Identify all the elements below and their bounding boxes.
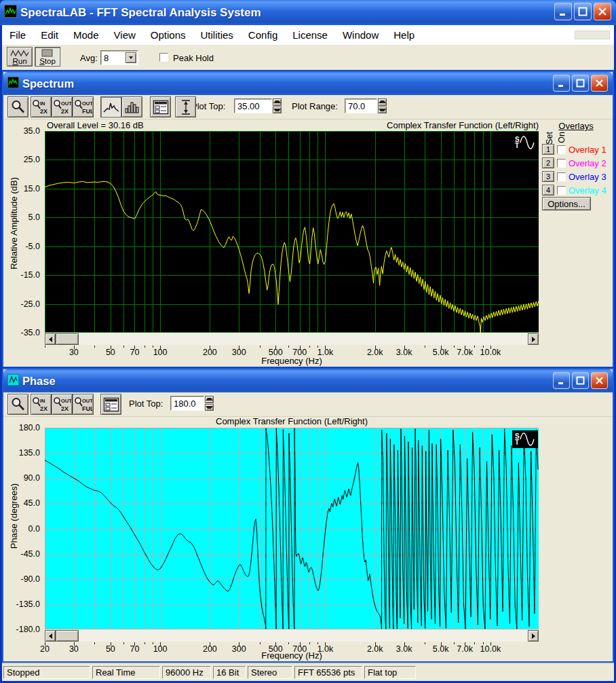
zoom-out-full-button[interactable]: OUTFULL bbox=[73, 96, 94, 117]
phase-plot-top-value: 180.0 bbox=[174, 399, 196, 409]
plot-options-button[interactable] bbox=[150, 96, 171, 117]
main-toolbar: Run Stop Avg: 8 Peak Hold bbox=[2, 45, 614, 71]
scroll-thumb[interactable] bbox=[56, 630, 79, 642]
avg-dropdown[interactable]: 8 bbox=[100, 50, 138, 65]
menu-bar: FileEditModeViewOptionsUtilitiesConfigLi… bbox=[2, 25, 614, 45]
svg-text:OUT: OUT bbox=[61, 100, 71, 107]
overlay-1-label: Overlay 1 bbox=[569, 145, 607, 155]
status-96000-hz: 96000 Hz bbox=[162, 666, 211, 679]
menu-options[interactable]: Options bbox=[143, 25, 193, 45]
menu-file[interactable]: File bbox=[2, 25, 33, 45]
vertical-scale-button[interactable] bbox=[175, 96, 196, 117]
y-tick-35.0: 35.0 bbox=[9, 126, 40, 136]
peak-plot-button[interactable] bbox=[100, 96, 121, 117]
spectraplus-logo: ST bbox=[512, 134, 538, 151]
phase-title-bar[interactable]: Phase bbox=[3, 369, 613, 392]
peak-hold-label: Peak Hold bbox=[173, 53, 214, 63]
scroll-right-button[interactable] bbox=[528, 630, 539, 642]
svg-text:FULL: FULL bbox=[82, 108, 92, 115]
menu-edit[interactable]: Edit bbox=[33, 25, 66, 45]
spectrum-plot[interactable] bbox=[45, 131, 539, 333]
overlays-set-header: Set bbox=[545, 132, 554, 145]
spectrum-close-button[interactable] bbox=[591, 75, 608, 92]
avg-dropdown-arrow-icon[interactable] bbox=[126, 52, 136, 63]
menu-config[interactable]: Config bbox=[241, 25, 285, 45]
stop-button[interactable]: Stop bbox=[35, 47, 60, 67]
svg-text:2X: 2X bbox=[40, 405, 47, 412]
menu-help[interactable]: Help bbox=[386, 25, 422, 45]
plot-top-spinner[interactable] bbox=[273, 98, 282, 113]
phase-plot-top-label: Plot Top: bbox=[129, 399, 163, 409]
close-button[interactable] bbox=[594, 3, 611, 20]
scroll-right-button[interactable] bbox=[528, 333, 539, 345]
phase-plot-top-input[interactable]: 180.0 bbox=[170, 396, 204, 411]
overlay-2-on-checkbox[interactable] bbox=[557, 159, 566, 168]
zoom-out-2x-button[interactable]: OUT2X bbox=[52, 394, 73, 415]
zoom-in-2x-button[interactable]: IN2X bbox=[31, 96, 52, 117]
app-title: SpectraLAB - FFT Spectral Analysis Syste… bbox=[20, 6, 261, 20]
phase-close-button[interactable] bbox=[591, 372, 608, 389]
plot-top-value: 35.00 bbox=[237, 101, 260, 111]
phase-minimize-button[interactable] bbox=[553, 372, 570, 389]
app-icon bbox=[4, 5, 17, 21]
overlay-4-on-checkbox[interactable] bbox=[557, 186, 566, 195]
spectrum-maximize-button[interactable] bbox=[572, 75, 589, 92]
overlay-3-set-button[interactable]: 3 bbox=[542, 171, 554, 182]
spectrum-x-axis-label: Frequency (Hz) bbox=[45, 356, 539, 366]
overlay-4-set-button[interactable]: 4 bbox=[542, 185, 554, 196]
overlay-3-on-checkbox[interactable] bbox=[557, 172, 566, 181]
phase-plot-top-spinner[interactable] bbox=[205, 396, 214, 411]
phase-window-icon bbox=[7, 374, 19, 388]
overlay-2-set-button[interactable]: 2 bbox=[542, 158, 554, 168]
spectrum-window: Spectrum Plot Top: 35.00 Plot Range: 70.… bbox=[2, 71, 614, 368]
maximize-button[interactable] bbox=[574, 3, 592, 20]
zoom-in-2x-button[interactable]: IN2X bbox=[31, 394, 52, 415]
main-title-bar[interactable]: SpectraLAB - FFT Spectral Analysis Syste… bbox=[0, 0, 616, 25]
plot-options-button[interactable] bbox=[100, 394, 121, 415]
menu-license[interactable]: License bbox=[285, 25, 335, 45]
overlay-1-set-button[interactable]: 1 bbox=[542, 144, 554, 155]
overlays-options-button[interactable]: Options... bbox=[542, 197, 591, 210]
y-tick--25.0: -25.0 bbox=[9, 299, 40, 309]
peak-hold-checkbox[interactable] bbox=[159, 53, 168, 62]
plot-range-input[interactable]: 70.0 bbox=[345, 98, 377, 113]
avg-label: Avg: bbox=[80, 53, 98, 63]
overlay-1-on-checkbox[interactable] bbox=[557, 145, 566, 154]
spectrum-title-bar[interactable]: Spectrum bbox=[3, 72, 613, 95]
x-minor-tick bbox=[94, 642, 95, 644]
phase-plot[interactable] bbox=[45, 428, 539, 629]
bar-plot-button[interactable] bbox=[121, 96, 142, 117]
spectrum-h-scrollbar[interactable] bbox=[45, 333, 539, 345]
scroll-left-button[interactable] bbox=[45, 630, 56, 642]
y-tick--90.0: -90.0 bbox=[9, 574, 40, 584]
spectralab-app: SpectraLAB - FFT Spectral Analysis Syste… bbox=[0, 0, 616, 683]
menu-utilities[interactable]: Utilities bbox=[193, 25, 241, 45]
scroll-thumb[interactable] bbox=[56, 333, 79, 345]
run-button-label: Run bbox=[12, 57, 26, 65]
zoom-out-2x-button[interactable]: OUT2X bbox=[52, 96, 73, 117]
zoom-out-full-button[interactable]: OUTFULL bbox=[73, 394, 94, 415]
stop-button-label: Stop bbox=[39, 57, 56, 65]
svg-text:OUT: OUT bbox=[82, 100, 92, 107]
menu-window[interactable]: Window bbox=[335, 25, 386, 45]
zoom-mode-button[interactable] bbox=[7, 394, 28, 415]
plot-top-input[interactable]: 35.00 bbox=[234, 98, 272, 113]
menu-mode[interactable]: Mode bbox=[66, 25, 107, 45]
svg-text:FULL: FULL bbox=[82, 405, 92, 412]
overlays-panel: Overlays Set On 1Overlay 12Overlay 23Ove… bbox=[541, 121, 611, 213]
zoom-mode-button[interactable] bbox=[7, 96, 28, 117]
menu-view[interactable]: View bbox=[107, 25, 143, 45]
sine-logo-icon bbox=[520, 136, 535, 149]
status-flat-top: Flat top bbox=[364, 666, 416, 679]
phase-h-scrollbar[interactable] bbox=[45, 630, 539, 642]
spectrum-minimize-button[interactable] bbox=[553, 75, 570, 92]
scroll-left-button[interactable] bbox=[45, 333, 56, 345]
minimize-button[interactable] bbox=[554, 3, 572, 20]
svg-text:IN: IN bbox=[40, 100, 45, 107]
svg-text:OUT: OUT bbox=[61, 398, 71, 404]
phase-maximize-button[interactable] bbox=[572, 372, 589, 389]
status-16-bit: 16 Bit bbox=[213, 666, 246, 679]
run-button[interactable]: Run bbox=[7, 47, 33, 67]
run-waveform-icon bbox=[10, 48, 29, 57]
plot-range-spinner[interactable] bbox=[378, 98, 387, 113]
